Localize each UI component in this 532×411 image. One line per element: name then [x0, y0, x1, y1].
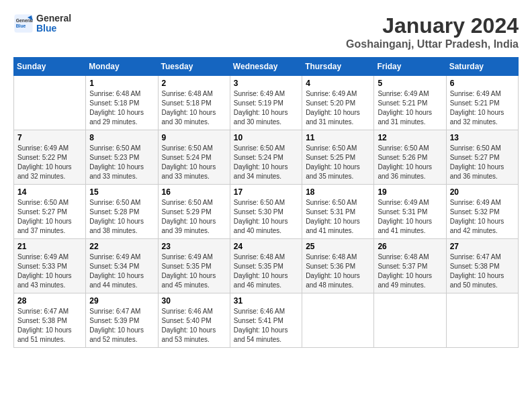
day-number: 28 — [17, 296, 82, 306]
day-cell: 2Sunrise: 6:48 AMSunset: 5:18 PMDaylight… — [158, 76, 230, 130]
day-cell: 7Sunrise: 6:49 AMSunset: 5:22 PMDaylight… — [14, 130, 86, 185]
week-row-4: 21Sunrise: 6:49 AMSunset: 5:33 PMDayligh… — [14, 239, 519, 293]
day-cell: 3Sunrise: 6:49 AMSunset: 5:19 PMDaylight… — [230, 76, 302, 130]
day-cell: 10Sunrise: 6:50 AMSunset: 5:24 PMDayligh… — [230, 130, 302, 185]
day-cell: 18Sunrise: 6:50 AMSunset: 5:31 PMDayligh… — [302, 185, 374, 239]
day-cell: 1Sunrise: 6:48 AMSunset: 5:18 PMDaylight… — [86, 76, 158, 130]
day-cell: 19Sunrise: 6:49 AMSunset: 5:31 PMDayligh… — [374, 185, 446, 239]
day-cell — [302, 293, 374, 348]
day-cell: 25Sunrise: 6:48 AMSunset: 5:36 PMDayligh… — [302, 239, 374, 293]
weekday-header-saturday: Saturday — [446, 58, 518, 76]
day-number: 15 — [89, 187, 154, 197]
day-number: 27 — [450, 242, 515, 251]
day-info: Sunrise: 6:50 AMSunset: 5:27 PMDaylight:… — [17, 198, 82, 236]
day-info: Sunrise: 6:49 AMSunset: 5:20 PMDaylight:… — [306, 89, 370, 127]
day-info: Sunrise: 6:49 AMSunset: 5:21 PMDaylight:… — [450, 89, 515, 127]
day-number: 19 — [378, 187, 442, 197]
weekday-header-sunday: Sunday — [14, 58, 86, 76]
week-row-5: 28Sunrise: 6:47 AMSunset: 5:38 PMDayligh… — [14, 293, 519, 348]
day-cell: 20Sunrise: 6:49 AMSunset: 5:32 PMDayligh… — [446, 185, 518, 239]
day-info: Sunrise: 6:50 AMSunset: 5:24 PMDaylight:… — [162, 144, 226, 181]
day-number: 6 — [450, 79, 515, 88]
day-cell: 9Sunrise: 6:50 AMSunset: 5:24 PMDaylight… — [158, 130, 230, 185]
day-cell: 29Sunrise: 6:47 AMSunset: 5:39 PMDayligh… — [86, 293, 158, 348]
day-info: Sunrise: 6:48 AMSunset: 5:18 PMDaylight:… — [162, 89, 226, 127]
day-number: 17 — [234, 187, 298, 197]
day-number: 9 — [162, 133, 226, 142]
day-cell: 11Sunrise: 6:50 AMSunset: 5:25 PMDayligh… — [302, 130, 374, 185]
day-cell: 24Sunrise: 6:48 AMSunset: 5:35 PMDayligh… — [230, 239, 302, 293]
day-number: 4 — [306, 79, 370, 88]
day-number: 7 — [17, 133, 82, 142]
day-number: 18 — [306, 187, 370, 197]
location-title: Goshainganj, Uttar Pradesh, India — [346, 38, 519, 50]
logo-text: General Blue — [36, 13, 71, 34]
day-info: Sunrise: 6:47 AMSunset: 5:38 PMDaylight:… — [450, 253, 515, 290]
day-number: 29 — [89, 296, 154, 306]
day-info: Sunrise: 6:50 AMSunset: 5:24 PMDaylight:… — [234, 144, 298, 181]
day-cell: 14Sunrise: 6:50 AMSunset: 5:27 PMDayligh… — [14, 185, 86, 239]
day-info: Sunrise: 6:50 AMSunset: 5:23 PMDaylight:… — [89, 144, 154, 181]
day-info: Sunrise: 6:49 AMSunset: 5:33 PMDaylight:… — [17, 253, 82, 290]
day-cell: 31Sunrise: 6:46 AMSunset: 5:41 PMDayligh… — [230, 293, 302, 348]
day-cell: 8Sunrise: 6:50 AMSunset: 5:23 PMDaylight… — [86, 130, 158, 185]
title-area: January 2024 Goshainganj, Uttar Pradesh,… — [346, 13, 519, 50]
day-info: Sunrise: 6:47 AMSunset: 5:38 PMDaylight:… — [17, 307, 82, 345]
day-number: 3 — [234, 79, 298, 88]
day-cell: 26Sunrise: 6:48 AMSunset: 5:37 PMDayligh… — [374, 239, 446, 293]
day-info: Sunrise: 6:49 AMSunset: 5:32 PMDaylight:… — [450, 198, 515, 236]
day-cell: 15Sunrise: 6:50 AMSunset: 5:28 PMDayligh… — [86, 185, 158, 239]
day-cell: 22Sunrise: 6:49 AMSunset: 5:34 PMDayligh… — [86, 239, 158, 293]
day-number: 24 — [234, 242, 298, 251]
day-info: Sunrise: 6:49 AMSunset: 5:34 PMDaylight:… — [89, 253, 154, 290]
day-info: Sunrise: 6:50 AMSunset: 5:26 PMDaylight:… — [378, 144, 442, 181]
day-number: 12 — [378, 133, 442, 142]
day-cell: 4Sunrise: 6:49 AMSunset: 5:20 PMDaylight… — [302, 76, 374, 130]
day-info: Sunrise: 6:47 AMSunset: 5:39 PMDaylight:… — [89, 307, 154, 345]
day-cell: 5Sunrise: 6:49 AMSunset: 5:21 PMDaylight… — [374, 76, 446, 130]
day-number: 8 — [89, 133, 154, 142]
day-info: Sunrise: 6:48 AMSunset: 5:35 PMDaylight:… — [234, 253, 298, 290]
day-cell: 27Sunrise: 6:47 AMSunset: 5:38 PMDayligh… — [446, 239, 518, 293]
day-info: Sunrise: 6:46 AMSunset: 5:40 PMDaylight:… — [162, 307, 226, 345]
day-info: Sunrise: 6:50 AMSunset: 5:28 PMDaylight:… — [89, 198, 154, 236]
day-number: 16 — [162, 187, 226, 197]
day-info: Sunrise: 6:50 AMSunset: 5:27 PMDaylight:… — [450, 144, 515, 181]
day-number: 10 — [234, 133, 298, 142]
weekday-header-monday: Monday — [86, 58, 158, 76]
weekday-header-thursday: Thursday — [302, 58, 374, 76]
day-number: 23 — [162, 242, 226, 251]
day-cell: 13Sunrise: 6:50 AMSunset: 5:27 PMDayligh… — [446, 130, 518, 185]
svg-text:Blue: Blue — [16, 24, 26, 28]
day-number: 2 — [162, 79, 226, 88]
day-info: Sunrise: 6:48 AMSunset: 5:37 PMDaylight:… — [378, 253, 442, 290]
day-info: Sunrise: 6:49 AMSunset: 5:22 PMDaylight:… — [17, 144, 82, 181]
day-number: 20 — [450, 187, 515, 197]
day-cell — [14, 76, 86, 130]
day-info: Sunrise: 6:49 AMSunset: 5:35 PMDaylight:… — [162, 253, 226, 290]
day-cell: 12Sunrise: 6:50 AMSunset: 5:26 PMDayligh… — [374, 130, 446, 185]
day-info: Sunrise: 6:46 AMSunset: 5:41 PMDaylight:… — [234, 307, 298, 345]
header: General Blue General Blue January 2024 G… — [13, 13, 519, 50]
day-number: 31 — [234, 296, 298, 306]
day-number: 1 — [89, 79, 154, 88]
day-number: 21 — [17, 242, 82, 251]
weekday-header-friday: Friday — [374, 58, 446, 76]
week-row-3: 14Sunrise: 6:50 AMSunset: 5:27 PMDayligh… — [14, 185, 519, 239]
week-row-2: 7Sunrise: 6:49 AMSunset: 5:22 PMDaylight… — [14, 130, 519, 185]
logo: General Blue General Blue — [13, 13, 71, 34]
day-info: Sunrise: 6:50 AMSunset: 5:29 PMDaylight:… — [162, 198, 226, 236]
day-info: Sunrise: 6:49 AMSunset: 5:21 PMDaylight:… — [378, 89, 442, 127]
day-number: 25 — [306, 242, 370, 251]
logo-general-text: General — [36, 13, 71, 24]
day-info: Sunrise: 6:49 AMSunset: 5:19 PMDaylight:… — [234, 89, 298, 127]
day-cell — [446, 293, 518, 348]
day-number: 22 — [89, 242, 154, 251]
day-cell: 16Sunrise: 6:50 AMSunset: 5:29 PMDayligh… — [158, 185, 230, 239]
month-title: January 2024 — [346, 13, 519, 38]
day-cell: 23Sunrise: 6:49 AMSunset: 5:35 PMDayligh… — [158, 239, 230, 293]
day-number: 11 — [306, 133, 370, 142]
day-number: 26 — [378, 242, 442, 251]
logo-icon: General Blue — [13, 13, 34, 34]
day-info: Sunrise: 6:50 AMSunset: 5:31 PMDaylight:… — [306, 198, 370, 236]
